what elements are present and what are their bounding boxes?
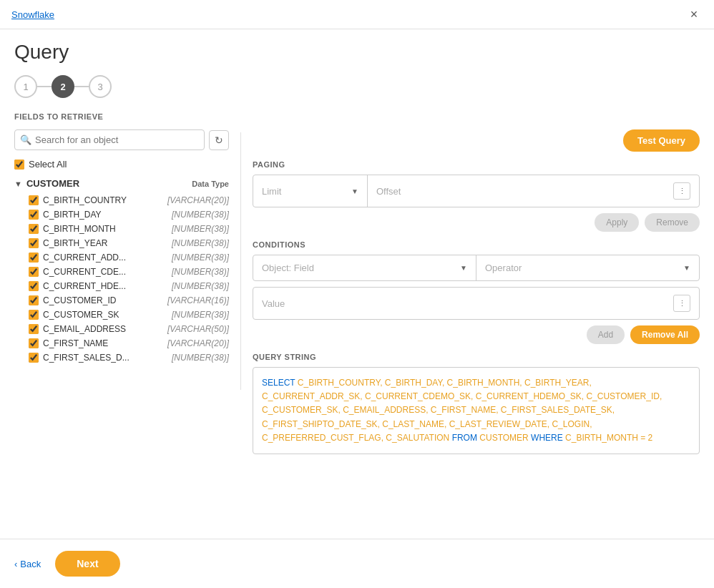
field-row-1: C_BIRTH_DAY [NUMBER(38)] (14, 207, 229, 222)
operator-dropdown[interactable]: Operator ▼ (476, 255, 699, 280)
field-checkbox-2[interactable] (29, 224, 39, 234)
field-type-4: [NUMBER(38)] (172, 253, 229, 263)
step-line-2 (74, 86, 89, 87)
step-line-1 (37, 86, 52, 87)
field-type-7: [VARCHAR(16)] (167, 295, 229, 305)
refresh-button[interactable]: ↻ (209, 130, 229, 150)
header: Snowflake × (0, 0, 714, 29)
paging-row: Limit ▼ Offset ⋮ (253, 175, 700, 207)
field-row-8: C_CUSTOMER_SK [NUMBER(38)] (14, 308, 229, 322)
field-row-6: C_CURRENT_HDE... [NUMBER(38)] (14, 279, 229, 293)
field-checkbox-10[interactable] (29, 338, 39, 348)
field-name-1: C_BIRTH_DAY (43, 210, 102, 220)
query-table: CUSTOMER (479, 433, 531, 443)
query-string-label: QUERY STRING (253, 353, 700, 361)
field-name-11: C_FIRST_SALES_D... (43, 353, 129, 363)
field-checkbox-11[interactable] (29, 353, 39, 363)
add-remove-all-row: Add Remove All (253, 325, 700, 344)
from-keyword: FROM (452, 433, 477, 443)
value-row[interactable]: Value ⋮ (253, 287, 700, 320)
field-type-5: [NUMBER(38)] (172, 267, 229, 277)
select-all-label: Select All (29, 159, 67, 170)
step-1[interactable]: 1 (14, 75, 37, 98)
field-row-3: C_BIRTH_YEAR [NUMBER(38)] (14, 236, 229, 250)
field-row-5: C_CURRENT_CDE... [NUMBER(38)] (14, 265, 229, 279)
object-field-dropdown[interactable]: Object: Field ▼ (253, 255, 476, 280)
steps-container: 1 2 3 (0, 69, 714, 109)
panel-divider (240, 132, 241, 390)
field-row-7: C_CUSTOMER_ID [VARCHAR(16)] (14, 293, 229, 308)
back-button[interactable]: ‹ Back (14, 559, 41, 569)
object-field-placeholder: Object: Field (262, 263, 314, 273)
apply-button[interactable]: Apply (595, 213, 639, 232)
field-name-5: C_CURRENT_CDE... (43, 267, 126, 277)
field-row-2: C_BIRTH_MONTH [NUMBER(38)] (14, 222, 229, 236)
paging-limit-dropdown[interactable]: Limit ▼ (253, 175, 368, 207)
field-row-4: C_CURRENT_ADD... [NUMBER(38)] (14, 250, 229, 265)
page-title: Query (0, 29, 714, 69)
field-checkbox-8[interactable] (29, 310, 39, 320)
field-type-2: [NUMBER(38)] (172, 224, 229, 234)
field-checkbox-5[interactable] (29, 267, 39, 277)
field-checkbox-4[interactable] (29, 253, 39, 263)
field-name-9: C_EMAIL_ADDRESS (43, 324, 126, 334)
close-button[interactable]: × (685, 6, 703, 23)
field-checkbox-3[interactable] (29, 238, 39, 248)
test-query-button[interactable]: Test Query (623, 129, 700, 152)
remove-button[interactable]: Remove (645, 213, 700, 232)
field-type-11: [NUMBER(38)] (172, 353, 229, 363)
left-panel: 🔍 ↻ Select All ▼ CUSTOMER Data Type (14, 129, 229, 454)
operator-placeholder: Operator (485, 263, 522, 273)
customer-label: CUSTOMER (26, 178, 79, 189)
next-button[interactable]: Next (55, 551, 119, 577)
brand-link[interactable]: Snowflake (11, 9, 54, 20)
field-row-10: C_FIRST_NAME [VARCHAR(20)] (14, 336, 229, 351)
query-string-box: SELECT C_BIRTH_COUNTRY, C_BIRTH_DAY, C_B… (253, 367, 700, 454)
field-name-0: C_BIRTH_COUNTRY (43, 195, 127, 205)
offset-icon[interactable]: ⋮ (673, 182, 690, 200)
select-all-checkbox[interactable] (14, 160, 24, 170)
back-label: Back (20, 559, 41, 569)
field-type-10: [VARCHAR(20)] (167, 338, 229, 348)
field-row-0: C_BIRTH_COUNTRY [VARCHAR(20)] (14, 193, 229, 207)
search-box: 🔍 ↻ (14, 129, 229, 150)
paging-section: PAGING Limit ▼ Offset ⋮ (253, 160, 700, 207)
conditions-row: Object: Field ▼ Operator ▼ (253, 255, 700, 281)
field-name-4: C_CURRENT_ADD... (43, 253, 126, 263)
value-placeholder: Value (262, 298, 285, 309)
search-input[interactable] (14, 129, 205, 150)
select-keyword: SELECT (262, 378, 295, 388)
offset-placeholder: Offset (376, 186, 401, 197)
footer: ‹ Back Next (0, 539, 714, 588)
customer-section-header[interactable]: ▼ CUSTOMER Data Type (14, 175, 229, 193)
field-checkbox-7[interactable] (29, 295, 39, 305)
main-content: 🔍 ↻ Select All ▼ CUSTOMER Data Type (0, 129, 714, 454)
step-3[interactable]: 3 (89, 75, 112, 98)
conditions-section: CONDITIONS Object: Field ▼ Operator ▼ Va… (253, 240, 700, 320)
field-row-11: C_FIRST_SALES_D... [NUMBER(38)] (14, 351, 229, 365)
field-type-9: [VARCHAR(50)] (167, 324, 229, 334)
limit-label: Limit (262, 186, 281, 197)
field-type-1: [NUMBER(38)] (172, 210, 229, 220)
fields-section-label: FIELDS TO RETRIEVE (14, 112, 700, 121)
field-checkbox-9[interactable] (29, 324, 39, 334)
field-checkbox-0[interactable] (29, 195, 39, 205)
data-type-header: Data Type (192, 180, 229, 188)
search-icon: 🔍 (20, 134, 31, 145)
field-row-9: C_EMAIL_ADDRESS [VARCHAR(50)] (14, 322, 229, 336)
value-icon[interactable]: ⋮ (673, 295, 690, 312)
field-checkbox-6[interactable] (29, 281, 39, 291)
field-type-3: [NUMBER(38)] (172, 238, 229, 248)
field-checkbox-1[interactable] (29, 210, 39, 220)
step-2[interactable]: 2 (52, 75, 74, 98)
add-button[interactable]: Add (587, 325, 625, 344)
field-name-2: C_BIRTH_MONTH (43, 224, 116, 234)
right-panel: Test Query PAGING Limit ▼ Offset ⋮ Ap (253, 129, 700, 454)
apply-remove-row: Apply Remove (253, 213, 700, 232)
paging-offset-field[interactable]: Offset ⋮ (368, 175, 699, 207)
limit-chevron-icon: ▼ (351, 187, 358, 195)
field-type-8: [NUMBER(38)] (172, 310, 229, 320)
remove-all-button[interactable]: Remove All (630, 325, 700, 344)
query-condition: C_BIRTH_MONTH = 2 (565, 433, 652, 443)
field-name-8: C_CUSTOMER_SK (43, 310, 119, 320)
